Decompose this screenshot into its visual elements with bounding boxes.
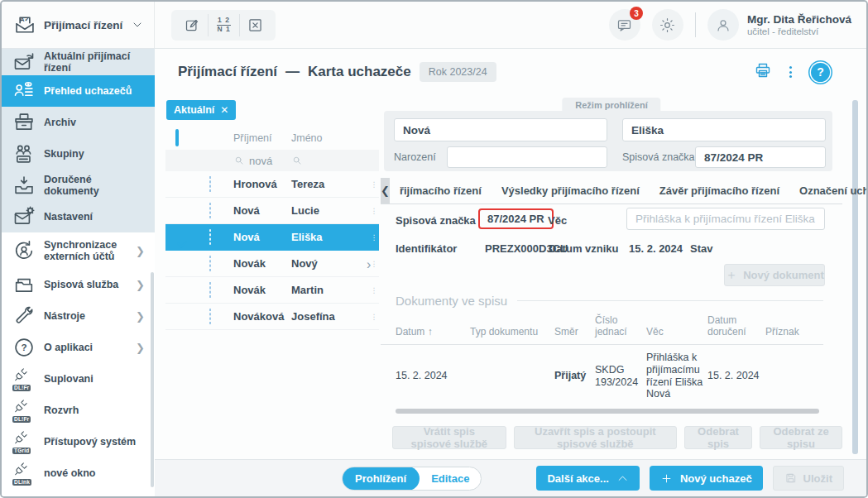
wrench-icon <box>12 304 36 328</box>
spis-action-button[interactable]: Odebrat spis <box>684 426 752 449</box>
row-menu-icon[interactable]: ⋮ <box>369 286 379 294</box>
svg-text:?: ? <box>21 342 26 352</box>
chevron-right-icon: ❯ <box>136 245 148 257</box>
column-header-lastname[interactable]: Příjmení <box>233 132 291 144</box>
tab--ij-mac-ho-zen-[interactable]: řijímacího řízení <box>390 180 492 204</box>
doc-column-header[interactable]: Směr <box>554 326 592 338</box>
row-menu-icon[interactable]: ⋮ <box>369 313 379 321</box>
row-menu-icon[interactable]: ⋮ <box>369 180 379 189</box>
row-menu-icon[interactable]: ⋮ <box>369 233 379 242</box>
sidebar-item-pristupovy-system[interactable]: TGridPřístupový systém <box>2 426 155 457</box>
save-button[interactable]: Uložit <box>773 466 844 491</box>
row-flag-checkbox[interactable] <box>209 309 211 324</box>
sidebar-item-dorucene-dokumenty[interactable]: Doručené dokumenty <box>2 170 155 201</box>
applicant-row[interactable]: NovákováJosefína⋮ <box>165 304 379 330</box>
applicant-row[interactable]: NovákMartin⋮ <box>165 277 379 304</box>
more-actions-button[interactable]: Další akce... <box>536 466 639 491</box>
birth-field[interactable] <box>447 146 607 168</box>
chip-close-icon[interactable]: ✕ <box>220 104 228 116</box>
top-header: A✓ Přijímací řízení 1 2N 1 3 <box>2 2 866 49</box>
row-flag-checkbox[interactable] <box>209 282 211 298</box>
help-icon[interactable]: ? <box>811 63 830 82</box>
archive-icon <box>12 111 36 134</box>
sidebar-item-spisova-sluzba[interactable]: Spisová služba❯ <box>2 269 155 300</box>
module-selector[interactable]: A✓ Přijímací řízení <box>2 2 155 48</box>
sidebar-item-skupiny[interactable]: Skupiny <box>2 138 155 170</box>
applicant-firstname: Tereza <box>291 178 369 190</box>
sidebar-item-rozvrh[interactable]: DL!FrRozvrh <box>2 395 155 426</box>
firstname-search-input[interactable] <box>291 155 369 167</box>
filter-chip-aktualni[interactable]: Aktuální ✕ <box>166 100 236 120</box>
new-document-button[interactable]: ＋ Nový dokument <box>724 264 825 286</box>
chevron-down-icon <box>131 18 144 31</box>
more-options-icon[interactable] <box>787 64 794 80</box>
sidebar-item-aktualni-prijimaci-rizeni[interactable]: Aktuální přijímací řízení <box>2 49 155 75</box>
applicant-lastname: Nováková <box>233 310 291 323</box>
row-flag-checkbox[interactable] <box>209 176 211 192</box>
sidebar-item-synchronizace-externich-uctu[interactable]: Synchronizace externích účtů❯ <box>2 232 155 269</box>
tab-v-sledky-p-ij-mac-ho-zen-[interactable]: Výsledky přijímacího řízení <box>492 180 650 204</box>
lastname-search-input[interactable]: nová <box>233 155 291 167</box>
file-number-field[interactable] <box>695 146 826 168</box>
vertical-scrollbar[interactable] <box>852 100 858 454</box>
messages-button[interactable]: 3 <box>609 9 640 41</box>
doc-column-header[interactable]: Věc <box>646 326 704 338</box>
doc-cell: SKDG 193/2024 <box>595 364 643 389</box>
sidebar-item-suplovani[interactable]: DL!FrSuplovani <box>2 363 155 395</box>
sidebar-item-archiv[interactable]: Archiv <box>2 107 155 138</box>
sidebar-item-nastaveni[interactable]: Nastavení <box>2 201 155 232</box>
new-applicant-button[interactable]: Nový uchazeč <box>650 466 763 491</box>
print-icon[interactable] <box>753 60 773 84</box>
header-right: 3 Mgr. Dita Řeřichová učitel - ředitelst… <box>609 9 866 41</box>
sidebar-item-prehled-uchazecu[interactable]: Přehled uchazečů <box>2 75 155 107</box>
settings-gear-icon[interactable] <box>652 9 683 41</box>
row-flag-checkbox[interactable] <box>209 203 211 218</box>
sidebar-scrollbar[interactable] <box>151 272 154 487</box>
spis-action-button[interactable]: Vrátit spis spisové službě <box>392 426 506 449</box>
tabs-scroll-left-icon[interactable]: ❮ <box>381 178 390 204</box>
panel-expander[interactable]: › <box>367 257 371 272</box>
chevron-up-icon <box>616 472 629 485</box>
tab-z-v-r-p-ij-mac-ho-zen-[interactable]: Závěr přijímacího řízení <box>650 180 789 204</box>
tab-ozna-en-uchaze-e[interactable]: Označení uchazeče <box>789 180 866 204</box>
plug-icon: DL!Fr <box>12 367 36 390</box>
envelope-gear-icon <box>12 205 36 228</box>
firstname-field[interactable] <box>622 118 826 141</box>
plus-icon: ＋ <box>725 267 737 283</box>
applicant-lastname: Novák <box>233 284 291 296</box>
applicant-firstname: Eliška <box>291 231 369 243</box>
edit-mode-button[interactable]: Editace <box>420 472 481 485</box>
doc-column-header[interactable]: Číslo jednací <box>595 314 643 338</box>
applicant-row[interactable]: NováLucie⋮ <box>165 198 379 224</box>
column-header-firstname[interactable]: Jméno <box>291 132 369 144</box>
horizontal-scrollbar[interactable] <box>396 409 819 414</box>
applicant-row[interactable]: HronováTereza⋮ <box>165 171 379 198</box>
applicant-row[interactable]: NováEliška⋮ <box>165 224 379 251</box>
doc-cell: 15. 2. 2024 <box>396 370 467 382</box>
doc-column-header[interactable]: Typ dokumentu <box>470 326 551 338</box>
spis-action-button[interactable]: Uzavřít spis a postoupit spisové službě <box>514 426 677 449</box>
documents-table-row[interactable]: 15. 2. 2024PřijatýSKDG 193/2024Přihláška… <box>381 352 823 400</box>
cancel-box-icon[interactable] <box>239 14 271 36</box>
sidebar-item-nove-okno[interactable]: DLinknové okno <box>2 457 155 489</box>
select-all-checkbox[interactable] <box>175 129 179 146</box>
sidebar-item-nastroje[interactable]: Nástroje❯ <box>2 300 155 332</box>
row-flag-checkbox[interactable] <box>209 256 211 271</box>
subject-field[interactable] <box>626 208 825 230</box>
sidebar-item-label: Aktuální přijímací řízení <box>44 50 148 74</box>
applicant-row[interactable]: NovákNový⋮ <box>165 251 379 277</box>
row-flag-checkbox[interactable] <box>209 229 211 245</box>
grades-icon[interactable]: 1 2N 1 <box>208 14 239 36</box>
edit-document-icon[interactable] <box>176 14 208 36</box>
row-menu-icon[interactable]: ⋮ <box>369 207 379 215</box>
sidebar-item-label: nové okno <box>44 467 148 479</box>
user-role: učitel - ředitelství <box>747 26 851 36</box>
doc-column-header[interactable]: Datum ↑ <box>396 326 467 338</box>
doc-column-header[interactable]: Příznak <box>765 326 823 338</box>
spis-action-button[interactable]: Odebrat ze spisu <box>760 426 842 449</box>
doc-column-header[interactable]: Datum doručení <box>707 314 762 338</box>
user-menu[interactable]: Mgr. Dita Řeřichová učitel - ředitelství <box>707 9 851 41</box>
lastname-field[interactable] <box>394 118 607 141</box>
sidebar-item-o-aplikaci[interactable]: ?O aplikaci❯ <box>2 332 155 363</box>
view-mode-button[interactable]: Prohlížení <box>342 467 420 491</box>
